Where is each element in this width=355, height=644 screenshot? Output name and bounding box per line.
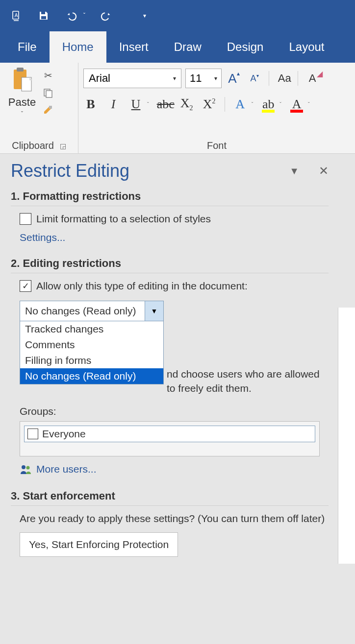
tab-insert[interactable]: Insert <box>106 31 161 63</box>
restrict-editing-pane: Restrict Editing ▼ ✕ 1. Formatting restr… <box>0 154 339 564</box>
tab-draw[interactable]: Draw <box>161 31 214 63</box>
allow-only-label: Allow only this type of editing in the d… <box>36 280 248 292</box>
font-name-combo[interactable]: Arial ▾ <box>83 69 181 88</box>
allow-only-checkbox[interactable] <box>20 280 31 292</box>
subscript-button[interactable]: X2 <box>179 96 194 112</box>
tab-design[interactable]: Design <box>214 31 277 63</box>
pane-options-caret-icon[interactable]: ▼ <box>289 166 299 177</box>
combo-option-filling-forms[interactable]: Filling in forms <box>20 353 163 368</box>
font-group-label: Font <box>207 140 227 151</box>
shrink-font-icon[interactable]: A▾ <box>246 70 263 87</box>
limit-formatting-checkbox[interactable] <box>20 213 31 225</box>
more-users-label: More users... <box>36 463 97 475</box>
svg-rect-9 <box>49 106 52 109</box>
redo-icon[interactable] <box>100 9 113 22</box>
bold-button[interactable]: B <box>83 97 98 112</box>
groups-box: Everyone <box>20 421 320 456</box>
start-enforcing-button[interactable]: Yes, Start Enforcing Protection <box>20 532 178 557</box>
document-edge <box>338 308 355 564</box>
clipboard-dialog-launcher-icon[interactable]: ◲ <box>60 142 66 150</box>
section-editing-header: 2. Editing restrictions <box>11 257 329 273</box>
undo-icon[interactable] <box>65 9 77 22</box>
combo-option-comments[interactable]: Comments <box>20 337 163 353</box>
svg-rect-5 <box>17 68 24 72</box>
pane-title: Restrict Editing <box>11 161 129 181</box>
touch-mode-icon[interactable]: A <box>10 9 23 22</box>
text-effects-caret[interactable]: ˇ <box>252 101 254 107</box>
section-enforcement-header: 3. Start enforcement <box>11 490 329 506</box>
exceptions-text-partial: nd choose users who are allowed to freel… <box>20 367 329 396</box>
superscript-button[interactable]: X2 <box>202 97 217 112</box>
grow-font-icon[interactable]: A▴ <box>226 70 242 87</box>
paste-button[interactable]: Paste ˇ <box>5 67 39 118</box>
ribbon-tabs: File Home Insert Draw Design Layout <box>0 31 355 63</box>
editing-type-dropdown-button[interactable]: ▼ <box>145 301 163 321</box>
copy-icon[interactable] <box>41 86 55 100</box>
ribbon: Paste ˇ ✂ Clipboard ◲ Arial <box>0 63 355 154</box>
section-formatting-header: 1. Formatting restrictions <box>11 190 329 206</box>
strikethrough-button[interactable]: abc <box>157 97 172 112</box>
settings-link[interactable]: Settings... <box>20 232 65 243</box>
clear-formatting-icon[interactable]: A◢ <box>304 70 321 87</box>
groups-label: Groups: <box>20 405 329 417</box>
svg-point-11 <box>26 466 30 469</box>
save-icon[interactable] <box>37 9 50 22</box>
undo-dropdown-caret[interactable]: ˇ <box>83 12 85 19</box>
clipboard-group-label: Clipboard <box>12 140 54 151</box>
italic-button[interactable]: I <box>106 97 121 112</box>
more-users-link[interactable]: More users... <box>20 463 329 475</box>
limit-formatting-label: Limit formatting to a selection of style… <box>36 213 211 225</box>
ribbon-group-font: Arial ▾ 11 ▾ A▴ A▾ Aa ˇ A◢ B I U <box>78 63 355 153</box>
svg-rect-2 <box>41 12 45 14</box>
underline-dropdown-caret[interactable]: ˇ <box>147 101 149 107</box>
font-color-caret[interactable]: ˇ <box>308 101 310 107</box>
chevron-down-icon: ▾ <box>214 75 217 82</box>
font-size-value: 11 <box>190 72 202 85</box>
group-everyone-label: Everyone <box>42 428 86 440</box>
svg-rect-8 <box>46 91 52 97</box>
paste-dropdown-caret[interactable]: ˇ <box>21 111 23 118</box>
highlight-caret[interactable]: ˇ <box>279 101 281 107</box>
tab-file[interactable]: File <box>5 31 50 63</box>
pane-close-icon[interactable]: ✕ <box>319 164 329 178</box>
paste-label: Paste <box>8 96 36 109</box>
change-case-button[interactable]: Aa ˇ <box>275 70 292 87</box>
font-color-button[interactable]: A <box>289 97 304 112</box>
text-effects-button[interactable]: A <box>233 97 248 112</box>
tab-layout[interactable]: Layout <box>276 31 337 63</box>
cut-icon[interactable]: ✂ <box>41 69 55 82</box>
group-everyone-checkbox[interactable] <box>27 429 38 439</box>
svg-rect-3 <box>41 16 46 19</box>
enforcement-question: Are you ready to apply these settings? (… <box>20 513 329 525</box>
tab-home[interactable]: Home <box>50 31 106 63</box>
people-icon <box>20 464 32 474</box>
combo-option-tracked-changes[interactable]: Tracked changes <box>20 321 163 337</box>
underline-button[interactable]: U <box>128 97 143 112</box>
group-everyone-row: Everyone <box>24 426 315 442</box>
ribbon-group-clipboard: Paste ˇ ✂ Clipboard ◲ <box>0 63 78 153</box>
font-size-combo[interactable]: 11 ▾ <box>185 69 222 88</box>
quick-access-toolbar: A ˇ ▾ <box>0 0 355 31</box>
customize-qat-caret[interactable]: ▾ <box>143 12 146 19</box>
editing-type-value[interactable]: No changes (Read only) <box>20 301 145 321</box>
svg-text:A: A <box>15 13 18 18</box>
highlight-button[interactable]: ab <box>261 97 276 112</box>
chevron-down-icon: ▼ <box>151 307 158 315</box>
paste-icon <box>11 67 33 94</box>
format-painter-icon[interactable] <box>41 104 55 118</box>
font-name-value: Arial <box>89 72 110 85</box>
svg-point-10 <box>22 465 25 469</box>
chevron-down-icon: ▾ <box>173 75 176 82</box>
